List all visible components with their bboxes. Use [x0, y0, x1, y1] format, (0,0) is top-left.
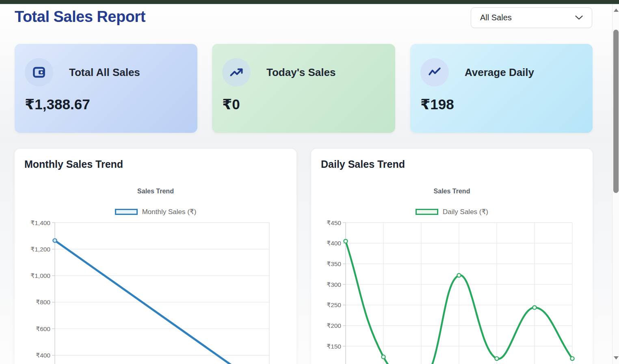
panel-heading: Daily Sales Trend	[321, 158, 405, 170]
stat-card-total-all-sales: Total All Sales ₹1,388.67	[15, 44, 197, 133]
chevron-down-icon	[575, 15, 583, 20]
svg-text:₹400: ₹400	[36, 352, 50, 359]
svg-text:₹1,200: ₹1,200	[30, 246, 50, 253]
top-bar	[0, 0, 619, 4]
svg-text:₹450: ₹450	[327, 219, 341, 226]
legend-swatch	[416, 209, 438, 215]
stat-icon-circle	[222, 58, 251, 87]
stat-label: Total All Sales	[69, 66, 140, 79]
stat-card-average-daily: Average Daily ₹198	[410, 44, 593, 133]
svg-text:₹1,000: ₹1,000	[30, 272, 50, 279]
stat-card-todays-sales: Today's Sales ₹0	[212, 44, 395, 133]
sales-filter-dropdown[interactable]: All Sales	[471, 7, 592, 28]
chart-title: Sales Trend	[15, 188, 297, 195]
daily-sales-panel: Daily Sales Trend Sales Trend Daily Sale…	[311, 149, 593, 364]
daily-chart-svg[interactable]: ₹450₹400₹350₹300₹250₹200₹150	[311, 218, 593, 364]
svg-text:₹250: ₹250	[327, 301, 341, 308]
wallet-icon	[32, 65, 46, 80]
monthly-sales-panel: Monthly Sales Trend Sales Trend Monthly …	[15, 149, 297, 364]
chart-title: Sales Trend	[311, 188, 593, 195]
stat-label: Today's Sales	[266, 66, 335, 79]
legend-swatch	[115, 209, 138, 215]
page-title: Total Sales Report	[15, 8, 145, 26]
svg-text:₹1,400: ₹1,400	[30, 219, 50, 226]
stat-icon-circle	[420, 58, 449, 87]
scroll-up-icon[interactable]	[613, 4, 619, 16]
svg-text:₹200: ₹200	[327, 322, 341, 329]
sales-filter-value: All Sales	[480, 13, 512, 22]
scroll-down-icon[interactable]	[613, 352, 619, 364]
stat-label: Average Daily	[465, 66, 534, 79]
svg-text:₹350: ₹350	[327, 260, 341, 267]
monthly-legend[interactable]: Monthly Sales (₹)	[15, 208, 297, 216]
stat-value: ₹1,388.67	[25, 96, 187, 113]
svg-text:₹600: ₹600	[36, 325, 50, 332]
panel-heading: Monthly Sales Trend	[24, 158, 123, 170]
daily-legend[interactable]: Daily Sales (₹)	[311, 208, 593, 216]
svg-text:₹150: ₹150	[327, 343, 341, 350]
legend-label: Monthly Sales (₹)	[142, 208, 197, 216]
vertical-scrollbar[interactable]	[612, 4, 619, 364]
trending-up-icon	[229, 65, 244, 80]
svg-text:₹300: ₹300	[327, 281, 341, 288]
stat-value: ₹0	[222, 96, 385, 113]
legend-label: Daily Sales (₹)	[443, 208, 488, 216]
svg-text:₹800: ₹800	[36, 299, 50, 306]
svg-text:₹400: ₹400	[327, 240, 341, 247]
monthly-chart-svg[interactable]: ₹1,400₹1,200₹1,000₹800₹600₹400	[15, 218, 297, 364]
scrollbar-thumb[interactable]	[613, 30, 619, 193]
stat-value: ₹198	[420, 96, 582, 113]
activity-icon	[427, 65, 442, 80]
stat-icon-circle	[25, 58, 53, 87]
